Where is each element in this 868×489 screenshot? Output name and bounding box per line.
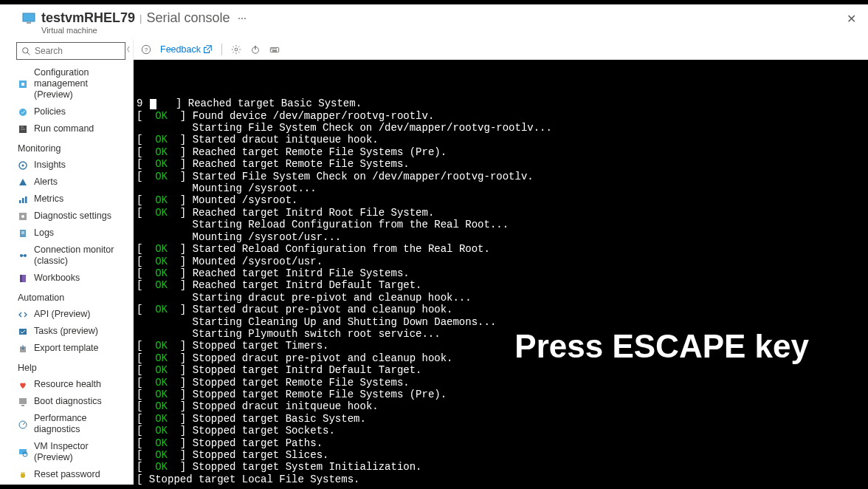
page-title: testvmRHEL79 <box>41 10 135 26</box>
svg-point-9 <box>22 164 24 166</box>
svg-rect-12 <box>25 196 27 203</box>
section-monitoring: Monitoring <box>0 137 133 157</box>
console-line: [ OK ] Stopped target Basic System. <box>137 413 865 425</box>
svg-rect-11 <box>22 198 24 203</box>
console-line: [ OK ] Started dracut pre-pivot and clea… <box>137 304 865 315</box>
sidebar-item-run[interactable]: Run command <box>0 120 133 137</box>
power-icon[interactable] <box>250 44 261 55</box>
console-line: Starting Reload Configuration from the R… <box>137 219 865 230</box>
console-line: [ OK ] Stopped target Remote File System… <box>137 377 865 389</box>
console-line: [ OK ] Started File System Check on /dev… <box>137 171 865 182</box>
page-header: testvmRHEL79 | Serial console ⋯ ✕ <box>0 4 868 27</box>
help-icon[interactable]: ? <box>141 44 151 55</box>
reset-icon <box>18 470 28 480</box>
sidebar-item-tasks[interactable]: Tasks (preview) <box>0 323 133 340</box>
console-line: [ OK ] Stopped target System Initializat… <box>137 461 865 473</box>
sidebar-item-connmon[interactable]: Connection monitor (classic) <box>0 242 133 270</box>
collapse-chevron-icon[interactable]: 《 <box>123 45 130 55</box>
alerts-icon <box>18 177 28 188</box>
console-line: [ Stopped target Local File Systems. <box>137 473 865 485</box>
sidebar-item-label: Resource health <box>34 379 101 390</box>
sidebar-item-policies[interactable]: Policies <box>0 103 133 120</box>
insights-icon <box>18 160 28 171</box>
sidebar-item-config[interactable]: Configuration management (Preview) <box>0 64 133 103</box>
svg-point-2 <box>23 47 28 52</box>
svg-line-3 <box>27 52 30 55</box>
svg-rect-25 <box>19 398 27 404</box>
sidebar-item-health[interactable]: Resource health <box>0 376 133 393</box>
svg-point-6 <box>19 109 27 116</box>
console-line: [ OK ] Stopped dracut initqueue hook. <box>137 400 865 412</box>
config-icon <box>18 79 28 89</box>
tasks-icon <box>18 326 28 337</box>
sidebar-item-label: Reset password <box>34 469 100 480</box>
console-line: Mounting /sysroot... <box>137 182 865 194</box>
sidebar-item-label: Run command <box>34 123 94 134</box>
sidebar-item-label: Insights <box>34 160 66 171</box>
toolbar: ? Feedback <box>134 39 868 60</box>
svg-rect-26 <box>21 405 24 406</box>
console-line: 9 ] Reached target Basic System. <box>137 98 865 109</box>
sidebar-item-label: Policies <box>34 106 66 117</box>
console-line: Starting File System Check on /dev/mappe… <box>137 122 865 134</box>
sidebar-item-label: Metrics <box>34 194 63 205</box>
sidebar-item-perf[interactable]: Performance diagnostics <box>0 410 133 438</box>
vminsp-icon <box>18 447 28 457</box>
console-line: [ OK ] Stopped target Slices. <box>137 449 865 461</box>
keyboard-icon[interactable] <box>269 44 280 55</box>
svg-rect-5 <box>21 83 24 86</box>
sidebar-item-alerts[interactable]: Alerts <box>0 174 133 191</box>
sidebar-item-label: Logs <box>34 228 54 239</box>
serial-console-output[interactable]: 9 ] Reached target Basic System.[ OK ] F… <box>134 60 868 488</box>
console-line: [ OK ] Reached target Initrd File System… <box>137 267 865 279</box>
console-line: [ OK ] Mounted /sysroot. <box>137 194 865 206</box>
sidebar-item-insights[interactable]: Insights <box>0 157 133 174</box>
svg-line-28 <box>23 423 25 425</box>
console-line: [ OK ] Reached target Initrd Default Tar… <box>137 279 865 291</box>
console-line: Starting Cleaning Up and Shutting Down D… <box>137 316 865 328</box>
section-help: Help <box>0 357 133 376</box>
sidebar-item-label: Tasks (preview) <box>34 326 98 337</box>
more-dots[interactable]: ⋯ <box>238 13 248 24</box>
svg-rect-10 <box>19 200 21 203</box>
svg-point-42 <box>235 48 238 51</box>
run-icon <box>18 124 28 134</box>
sidebar-item-workbooks[interactable]: Workbooks <box>0 270 133 287</box>
sidebar-item-api[interactable]: API (Preview) <box>0 306 133 323</box>
sidebar-item-reset[interactable]: Reset password <box>0 466 133 483</box>
console-line: [ OK ] Found device /dev/mapper/rootvg-r… <box>137 110 865 122</box>
sidebar-item-label: Connection monitor (classic) <box>34 244 127 267</box>
console-line: [ OK ] Started dracut initqueue hook. <box>137 134 865 146</box>
sidebar-item-label: Performance diagnostics <box>34 413 127 435</box>
console-line: [ OK ] Stopped target Sockets. <box>137 425 865 437</box>
sidebar-item-export[interactable]: Export template <box>0 340 133 357</box>
sidebar-item-vminsp[interactable]: VM Inspector (Preview) <box>0 438 133 466</box>
diag-icon <box>18 211 28 222</box>
sidebar-item-label: Diagnostic settings <box>34 211 111 222</box>
console-line: [ OK ] Mounted /sysroot/usr. <box>137 256 865 267</box>
settings-gear-icon[interactable] <box>231 44 241 55</box>
sidebar-item-diag[interactable]: Diagnostic settings <box>0 208 133 225</box>
search-input[interactable] <box>35 46 120 56</box>
feedback-link[interactable]: Feedback <box>160 44 213 55</box>
search-input-wrap[interactable] <box>16 42 125 60</box>
console-line: [ OK ] Stopped target Remote File System… <box>137 389 865 400</box>
console-line: [ OK ] Reached target Remote File System… <box>137 158 865 170</box>
section-automation: Automation <box>0 287 133 306</box>
search-icon <box>21 47 31 56</box>
svg-rect-1 <box>27 22 31 24</box>
export-icon <box>18 343 28 354</box>
close-icon[interactable]: ✕ <box>847 12 856 26</box>
console-line: [ OK ] Reached target Remote File System… <box>137 146 865 158</box>
sidebar-item-boot[interactable]: Boot diagnostics <box>0 393 133 410</box>
sidebar-item-logs[interactable]: Logs <box>0 225 133 242</box>
svg-rect-45 <box>270 47 278 52</box>
sidebar-item-label: Boot diagnostics <box>34 396 102 407</box>
svg-rect-0 <box>23 13 35 21</box>
api-icon <box>18 310 28 320</box>
console-line: Mounting /sysroot/usr... <box>137 231 865 243</box>
sidebar-item-label: VM Inspector (Preview) <box>34 441 127 463</box>
sidebar-item-metrics[interactable]: Metrics <box>0 191 133 208</box>
connmon-icon <box>18 250 28 261</box>
svg-rect-22 <box>20 275 22 282</box>
